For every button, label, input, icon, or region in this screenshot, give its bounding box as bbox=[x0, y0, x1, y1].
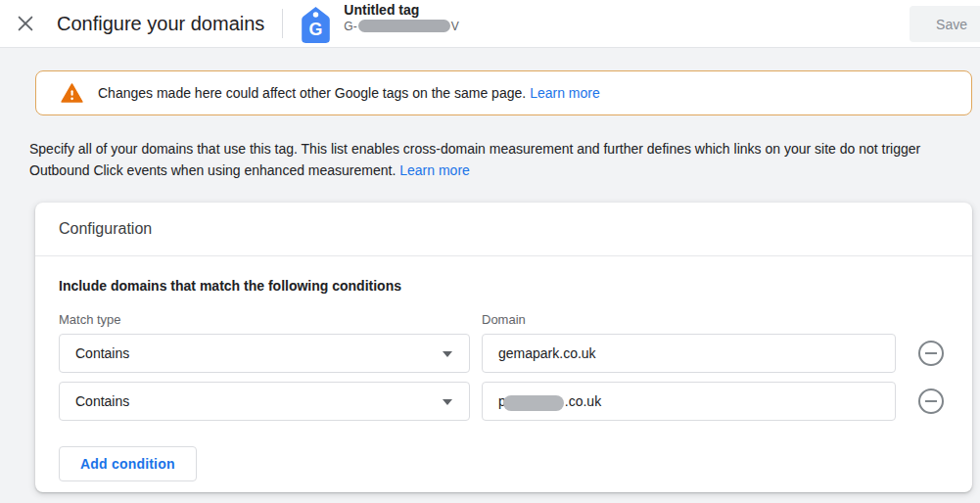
card-title: Configuration bbox=[59, 220, 152, 238]
card-body: Include domains that match the following… bbox=[35, 256, 972, 481]
remove-condition-button[interactable] bbox=[918, 389, 944, 414]
description-text: Specify all of your domains that use thi… bbox=[29, 141, 920, 178]
header-divider bbox=[282, 9, 283, 38]
minus-icon bbox=[925, 352, 937, 354]
domain-input[interactable] bbox=[482, 334, 896, 373]
page-description: Specify all of your domains that use thi… bbox=[29, 138, 961, 181]
top-bar: Configure your domains G Untitled tag G-… bbox=[0, 0, 980, 48]
close-icon bbox=[15, 13, 36, 34]
page-title: Configure your domains bbox=[57, 13, 264, 35]
card-header: Configuration bbox=[35, 203, 972, 256]
remove-condition-button[interactable] bbox=[918, 341, 944, 366]
domain-input-redacted[interactable]: p .co.uk bbox=[482, 382, 896, 421]
svg-text:G: G bbox=[309, 19, 323, 38]
warning-text: Changes made here could affect other Goo… bbox=[98, 85, 600, 101]
match-type-column-label: Match type bbox=[59, 312, 482, 327]
add-condition-button[interactable]: Add condition bbox=[59, 446, 197, 481]
banner-learn-more-link[interactable]: Learn more bbox=[530, 85, 600, 101]
description-learn-more-link[interactable]: Learn more bbox=[399, 162, 470, 178]
warning-banner: Changes made here could affect other Goo… bbox=[35, 70, 972, 115]
tag-id-prefix: G- bbox=[344, 19, 356, 34]
save-button[interactable]: Save bbox=[910, 6, 980, 42]
condition-row: Contains bbox=[59, 334, 949, 373]
match-type-value: Contains bbox=[75, 345, 129, 361]
tag-texts: Untitled tag G- V bbox=[344, 2, 458, 34]
match-type-value: Contains bbox=[75, 393, 129, 409]
match-type-select[interactable]: Contains bbox=[59, 382, 470, 421]
google-tag-icon: G bbox=[300, 6, 332, 44]
domain-column-label: Domain bbox=[482, 312, 949, 327]
tag-id-redaction bbox=[358, 20, 450, 32]
warning-message: Changes made here could affect other Goo… bbox=[98, 85, 526, 101]
domain-suffix: .co.uk bbox=[565, 393, 601, 409]
chevron-down-icon bbox=[443, 351, 452, 357]
match-type-select[interactable]: Contains bbox=[59, 334, 470, 373]
configuration-card: Configuration Include domains that match… bbox=[35, 203, 972, 492]
minus-icon bbox=[925, 400, 937, 402]
tag-id-suffix: V bbox=[451, 19, 459, 34]
close-button[interactable] bbox=[14, 12, 37, 35]
tag-name: Untitled tag bbox=[344, 2, 458, 19]
domain-redaction bbox=[503, 395, 564, 411]
tag-info: G Untitled tag G- V bbox=[300, 4, 458, 44]
column-labels: Match type Domain bbox=[59, 312, 949, 327]
chevron-down-icon bbox=[443, 399, 452, 405]
warning-icon bbox=[61, 83, 83, 103]
tag-id: G- V bbox=[344, 19, 458, 34]
conditions-title: Include domains that match the following… bbox=[59, 278, 949, 294]
condition-row: Contains p .co.uk bbox=[59, 382, 949, 421]
